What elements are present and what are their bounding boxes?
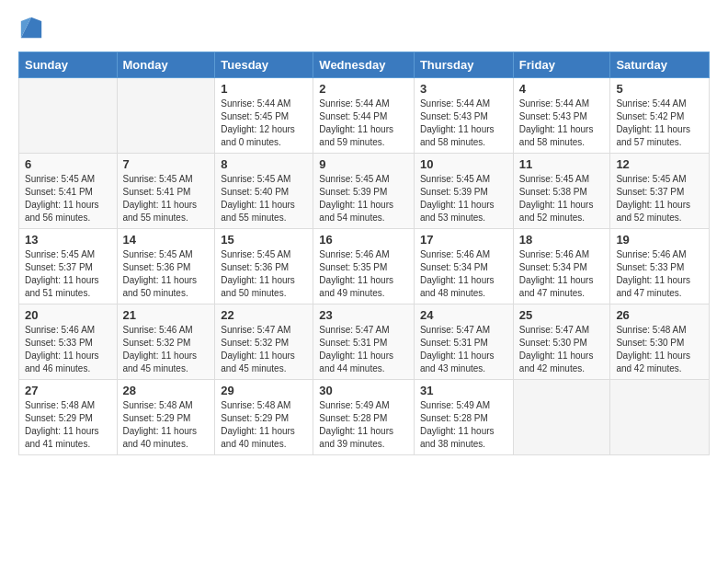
day-info: Sunrise: 5:45 AM Sunset: 5:36 PM Dayligh… xyxy=(123,248,210,300)
day-info: Sunrise: 5:44 AM Sunset: 5:42 PM Dayligh… xyxy=(616,98,703,149)
calendar-cell: 8Sunrise: 5:45 AM Sunset: 5:40 PM Daylig… xyxy=(215,154,313,229)
calendar-cell: 16Sunrise: 5:46 AM Sunset: 5:35 PM Dayli… xyxy=(313,229,415,304)
calendar-header-tuesday: Tuesday xyxy=(215,52,313,78)
day-number: 29 xyxy=(221,384,307,397)
day-info: Sunrise: 5:48 AM Sunset: 5:29 PM Dayligh… xyxy=(25,399,111,451)
day-number: 31 xyxy=(420,384,507,397)
day-number: 14 xyxy=(123,233,210,247)
day-number: 24 xyxy=(420,308,507,322)
day-number: 6 xyxy=(25,157,111,171)
day-info: Sunrise: 5:49 AM Sunset: 5:28 PM Dayligh… xyxy=(319,399,408,451)
day-info: Sunrise: 5:48 AM Sunset: 5:29 PM Dayligh… xyxy=(123,399,210,451)
day-number: 23 xyxy=(319,308,408,322)
calendar-cell xyxy=(610,380,710,455)
day-info: Sunrise: 5:46 AM Sunset: 5:33 PM Dayligh… xyxy=(25,324,111,375)
calendar-cell: 19Sunrise: 5:46 AM Sunset: 5:33 PM Dayli… xyxy=(610,229,710,304)
day-number: 21 xyxy=(123,308,210,322)
calendar-cell: 29Sunrise: 5:48 AM Sunset: 5:29 PM Dayli… xyxy=(215,380,313,455)
day-number: 2 xyxy=(319,82,408,96)
day-number: 26 xyxy=(616,308,703,322)
day-info: Sunrise: 5:46 AM Sunset: 5:35 PM Dayligh… xyxy=(319,248,408,300)
day-number: 28 xyxy=(123,384,210,397)
day-number: 22 xyxy=(221,308,307,322)
calendar-cell: 25Sunrise: 5:47 AM Sunset: 5:30 PM Dayli… xyxy=(513,304,610,380)
day-number: 18 xyxy=(519,233,605,247)
day-info: Sunrise: 5:45 AM Sunset: 5:37 PM Dayligh… xyxy=(25,248,111,300)
day-info: Sunrise: 5:46 AM Sunset: 5:34 PM Dayligh… xyxy=(420,248,507,300)
calendar-cell: 23Sunrise: 5:47 AM Sunset: 5:31 PM Dayli… xyxy=(313,304,415,380)
day-info: Sunrise: 5:45 AM Sunset: 5:39 PM Dayligh… xyxy=(420,173,507,224)
day-info: Sunrise: 5:45 AM Sunset: 5:38 PM Dayligh… xyxy=(519,173,605,224)
calendar-cell: 5Sunrise: 5:44 AM Sunset: 5:42 PM Daylig… xyxy=(610,78,710,154)
calendar-cell xyxy=(19,78,118,154)
calendar-cell: 1Sunrise: 5:44 AM Sunset: 5:45 PM Daylig… xyxy=(215,78,313,154)
calendar-cell: 15Sunrise: 5:45 AM Sunset: 5:36 PM Dayli… xyxy=(215,229,313,304)
day-info: Sunrise: 5:45 AM Sunset: 5:41 PM Dayligh… xyxy=(25,173,111,224)
calendar-cell: 24Sunrise: 5:47 AM Sunset: 5:31 PM Dayli… xyxy=(414,304,513,380)
day-info: Sunrise: 5:44 AM Sunset: 5:44 PM Dayligh… xyxy=(319,98,408,149)
day-info: Sunrise: 5:47 AM Sunset: 5:31 PM Dayligh… xyxy=(420,324,507,375)
calendar-cell: 18Sunrise: 5:46 AM Sunset: 5:34 PM Dayli… xyxy=(513,229,610,304)
header xyxy=(18,15,710,40)
calendar-cell: 22Sunrise: 5:47 AM Sunset: 5:32 PM Dayli… xyxy=(215,304,313,380)
calendar-header-thursday: Thursday xyxy=(414,52,513,78)
day-info: Sunrise: 5:46 AM Sunset: 5:34 PM Dayligh… xyxy=(519,248,605,300)
calendar-header-sunday: Sunday xyxy=(19,52,118,78)
calendar-cell: 30Sunrise: 5:49 AM Sunset: 5:28 PM Dayli… xyxy=(313,380,415,455)
calendar-week-row: 20Sunrise: 5:46 AM Sunset: 5:33 PM Dayli… xyxy=(19,304,710,380)
day-number: 20 xyxy=(25,308,111,322)
calendar-header-wednesday: Wednesday xyxy=(313,52,415,78)
day-number: 9 xyxy=(319,157,408,171)
day-number: 12 xyxy=(616,157,703,171)
day-info: Sunrise: 5:44 AM Sunset: 5:43 PM Dayligh… xyxy=(420,98,507,149)
day-number: 11 xyxy=(519,157,605,171)
logo xyxy=(18,15,48,40)
day-info: Sunrise: 5:45 AM Sunset: 5:36 PM Dayligh… xyxy=(221,248,307,300)
day-number: 15 xyxy=(221,233,307,247)
day-number: 19 xyxy=(616,233,703,247)
day-number: 16 xyxy=(319,233,408,247)
calendar-cell: 7Sunrise: 5:45 AM Sunset: 5:41 PM Daylig… xyxy=(117,154,215,229)
day-number: 8 xyxy=(221,157,307,171)
calendar-cell: 4Sunrise: 5:44 AM Sunset: 5:43 PM Daylig… xyxy=(513,78,610,154)
day-info: Sunrise: 5:49 AM Sunset: 5:28 PM Dayligh… xyxy=(420,399,507,451)
calendar-cell: 17Sunrise: 5:46 AM Sunset: 5:34 PM Dayli… xyxy=(414,229,513,304)
calendar-table: SundayMondayTuesdayWednesdayThursdayFrid… xyxy=(18,52,710,455)
day-info: Sunrise: 5:48 AM Sunset: 5:29 PM Dayligh… xyxy=(221,399,307,451)
day-number: 5 xyxy=(616,82,703,96)
day-number: 27 xyxy=(25,384,111,397)
day-info: Sunrise: 5:46 AM Sunset: 5:33 PM Dayligh… xyxy=(616,248,703,300)
calendar-header-monday: Monday xyxy=(117,52,215,78)
calendar-week-row: 27Sunrise: 5:48 AM Sunset: 5:29 PM Dayli… xyxy=(19,380,710,455)
day-number: 3 xyxy=(420,82,507,96)
logo-icon xyxy=(18,15,44,40)
calendar-cell: 21Sunrise: 5:46 AM Sunset: 5:32 PM Dayli… xyxy=(117,304,215,380)
day-number: 7 xyxy=(123,157,210,171)
calendar-cell: 31Sunrise: 5:49 AM Sunset: 5:28 PM Dayli… xyxy=(414,380,513,455)
calendar-week-row: 13Sunrise: 5:45 AM Sunset: 5:37 PM Dayli… xyxy=(19,229,710,304)
calendar-cell: 13Sunrise: 5:45 AM Sunset: 5:37 PM Dayli… xyxy=(19,229,118,304)
calendar-week-row: 6Sunrise: 5:45 AM Sunset: 5:41 PM Daylig… xyxy=(19,154,710,229)
day-info: Sunrise: 5:47 AM Sunset: 5:30 PM Dayligh… xyxy=(519,324,605,375)
calendar-cell: 28Sunrise: 5:48 AM Sunset: 5:29 PM Dayli… xyxy=(117,380,215,455)
calendar-cell: 20Sunrise: 5:46 AM Sunset: 5:33 PM Dayli… xyxy=(19,304,118,380)
calendar-cell: 26Sunrise: 5:48 AM Sunset: 5:30 PM Dayli… xyxy=(610,304,710,380)
day-info: Sunrise: 5:47 AM Sunset: 5:32 PM Dayligh… xyxy=(221,324,307,375)
day-number: 25 xyxy=(519,308,605,322)
day-number: 13 xyxy=(25,233,111,247)
day-info: Sunrise: 5:48 AM Sunset: 5:30 PM Dayligh… xyxy=(616,324,703,375)
day-info: Sunrise: 5:45 AM Sunset: 5:41 PM Dayligh… xyxy=(123,173,210,224)
day-info: Sunrise: 5:44 AM Sunset: 5:45 PM Dayligh… xyxy=(221,98,307,149)
day-info: Sunrise: 5:45 AM Sunset: 5:39 PM Dayligh… xyxy=(319,173,408,224)
day-number: 17 xyxy=(420,233,507,247)
calendar-cell: 10Sunrise: 5:45 AM Sunset: 5:39 PM Dayli… xyxy=(414,154,513,229)
calendar-cell: 9Sunrise: 5:45 AM Sunset: 5:39 PM Daylig… xyxy=(313,154,415,229)
day-info: Sunrise: 5:46 AM Sunset: 5:32 PM Dayligh… xyxy=(123,324,210,375)
calendar-cell: 12Sunrise: 5:45 AM Sunset: 5:37 PM Dayli… xyxy=(610,154,710,229)
calendar-cell: 11Sunrise: 5:45 AM Sunset: 5:38 PM Dayli… xyxy=(513,154,610,229)
day-number: 4 xyxy=(519,82,605,96)
day-info: Sunrise: 5:44 AM Sunset: 5:43 PM Dayligh… xyxy=(519,98,605,149)
calendar-header-saturday: Saturday xyxy=(610,52,710,78)
calendar-cell: 27Sunrise: 5:48 AM Sunset: 5:29 PM Dayli… xyxy=(19,380,118,455)
day-info: Sunrise: 5:47 AM Sunset: 5:31 PM Dayligh… xyxy=(319,324,408,375)
